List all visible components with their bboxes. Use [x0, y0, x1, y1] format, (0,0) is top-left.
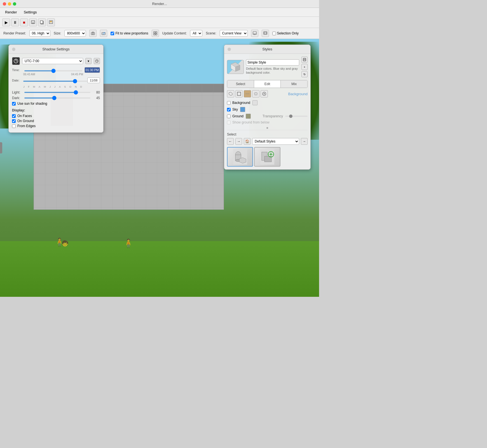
scene-select[interactable]: Current View	[220, 30, 248, 37]
import-button[interactable]	[29, 18, 37, 26]
fit-icon-btn[interactable]	[152, 30, 159, 37]
style-refresh-btn[interactable]: ↻	[301, 71, 308, 77]
ground-color-swatch[interactable]	[246, 114, 251, 119]
left-edge-indicator	[0, 142, 2, 153]
scene-icon-btn[interactable]	[251, 30, 258, 37]
transparency-slider[interactable]	[285, 116, 308, 117]
from-edges-checkbox[interactable]	[12, 124, 16, 128]
styles-panel-close[interactable]	[228, 48, 231, 51]
cat-faces-btn[interactable]	[227, 90, 234, 97]
ground-check[interactable]: Ground	[227, 114, 244, 118]
size-select[interactable]: 800x600	[64, 30, 86, 37]
close-button[interactable]	[3, 2, 6, 6]
date-slider-container[interactable]	[23, 78, 87, 83]
background-check[interactable]: Background	[227, 101, 250, 105]
ground-checkbox[interactable]	[227, 115, 231, 118]
selection-only-check[interactable]: Selection Only	[272, 31, 299, 35]
background-color-swatch[interactable]	[252, 100, 257, 105]
light-slider[interactable]	[24, 92, 90, 93]
cat-modeling-btn[interactable]	[261, 90, 268, 97]
pause-button[interactable]: ⏸	[11, 18, 19, 26]
time-label: Time:	[12, 68, 23, 72]
home-btn[interactable]: 🏠	[244, 138, 250, 145]
time-value: 01:30 PM	[85, 67, 100, 73]
export-button[interactable]	[47, 18, 55, 26]
tab-edit[interactable]: Edit	[254, 80, 281, 88]
sky-label: Sky	[232, 108, 238, 111]
sky-color-swatch[interactable]	[240, 107, 245, 112]
tab-select[interactable]: Select	[227, 80, 254, 88]
shadow-panel-close[interactable]	[12, 48, 15, 51]
maximize-button[interactable]	[13, 2, 16, 6]
style-save-btn[interactable]	[301, 57, 308, 63]
stop-button[interactable]: ■	[20, 18, 28, 26]
tab-mix[interactable]: Mix	[281, 80, 307, 88]
minimize-button[interactable]	[8, 2, 11, 6]
menu-settings[interactable]: Settings	[21, 9, 40, 15]
on-ground-checkbox[interactable]	[12, 119, 16, 123]
svg-rect-3	[40, 21, 43, 24]
transparency-label: Transparency	[263, 114, 283, 118]
camera2-icon-btn[interactable]	[100, 30, 107, 37]
render-preset-control[interactable]: 06. High	[29, 30, 50, 37]
on-faces-row: On Faces	[12, 114, 100, 118]
styles-library-select[interactable]: Default Styles	[252, 138, 299, 145]
timezone-select[interactable]: UTC-7:00	[22, 58, 83, 64]
svg-point-9	[103, 33, 104, 34]
svg-rect-12	[156, 32, 157, 33]
style-cube-svg	[229, 61, 242, 73]
style-add-btn[interactable]: +	[301, 64, 308, 70]
menu-render[interactable]: Render	[2, 9, 20, 15]
svg-rect-10	[104, 32, 105, 33]
sky-check[interactable]: Sky	[227, 108, 238, 111]
ground-row: Ground Transparency	[227, 114, 308, 119]
update-label: Update Content:	[162, 31, 187, 35]
scene2-icon-btn[interactable]	[262, 30, 269, 37]
update-select[interactable]: All	[190, 30, 202, 37]
cat-edges-btn[interactable]	[235, 90, 243, 97]
timezone-expand-btn[interactable]: ▼	[85, 58, 92, 64]
date-slider[interactable]	[23, 81, 87, 82]
render-preset-select[interactable]: 06. High	[29, 30, 50, 37]
shadow-settings-panel: Shadow Settings UTC-7:00 ▼ Time:	[8, 45, 104, 133]
nav-back-btn[interactable]: ←	[227, 138, 234, 145]
scene-control[interactable]: Current View	[220, 30, 248, 37]
window-controls[interactable]	[3, 2, 16, 6]
dark-label: Dark:	[12, 96, 23, 100]
styles-export-btn[interactable]: →	[301, 138, 308, 145]
play-button[interactable]: ▶	[2, 18, 10, 26]
time-slider-container[interactable]	[24, 68, 82, 72]
time-end: 04:45 PM	[71, 73, 83, 76]
style-thumb-2[interactable]	[254, 147, 280, 167]
cat-watermark-btn[interactable]	[252, 90, 259, 97]
svg-rect-11	[154, 32, 155, 33]
size-label: Size:	[54, 31, 61, 35]
show-ground-checkbox	[227, 121, 231, 124]
sky-checkbox[interactable]	[227, 108, 231, 111]
on-faces-checkbox[interactable]	[12, 114, 16, 118]
svg-rect-31	[304, 58, 305, 59]
time-start: 06:43 AM	[23, 73, 35, 76]
time-slider[interactable]	[24, 70, 82, 71]
fit-to-view-check[interactable]: Fit to view proportions	[111, 31, 148, 35]
sky-row: Sky	[227, 107, 308, 112]
update-control[interactable]: All	[190, 30, 202, 37]
use-sun-checkbox[interactable]	[12, 102, 16, 106]
size-control[interactable]: 800x600	[64, 30, 86, 37]
background-checkbox[interactable]	[227, 101, 231, 105]
menubar: Render Settings	[0, 8, 319, 17]
figure-3: 🧍	[123, 238, 134, 248]
timezone-icon-btn[interactable]	[94, 58, 100, 64]
style-thumb-1[interactable]	[227, 147, 253, 167]
nav-forward-btn[interactable]: →	[235, 138, 242, 145]
light-row: Light: 80	[12, 90, 100, 94]
display-section: Display: On Faces On Ground From Edges	[12, 108, 100, 128]
dark-slider[interactable]	[24, 97, 90, 99]
svg-rect-13	[154, 34, 155, 35]
copy-button[interactable]	[38, 18, 46, 26]
cat-background-btn[interactable]	[244, 90, 251, 97]
style-name-input[interactable]	[246, 59, 299, 66]
camera-icon-btn[interactable]	[89, 30, 97, 37]
options-bar: Render Preset: 06. High Size: 800x600 Fi…	[0, 28, 319, 39]
render-preset-label: Render Preset:	[3, 31, 26, 35]
